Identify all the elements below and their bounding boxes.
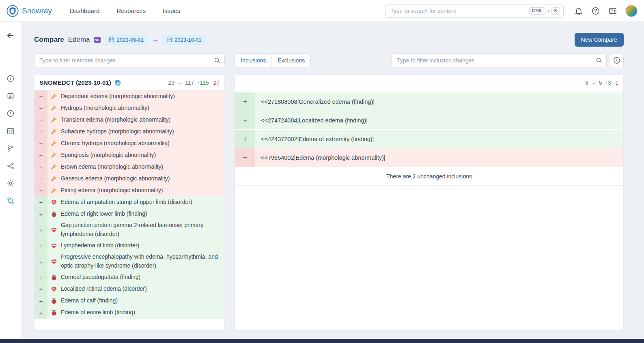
graph-icon[interactable] <box>6 162 15 170</box>
navbar-actions <box>574 5 638 17</box>
stat-added: +3 <box>605 79 611 86</box>
minus-icon: − <box>34 90 47 102</box>
member-change-row[interactable]: +Gap junction protein gamma 2-related la… <box>34 220 224 240</box>
inclusion-change-row[interactable]: −<<79654002|Edema (morphologic abnormali… <box>235 148 623 167</box>
member-change-row[interactable]: −Hydrops (morphologic abnormality) <box>34 102 224 114</box>
member-label: Progressive encephalopathy with edema, h… <box>61 253 220 270</box>
morphologic-abnormality-icon <box>51 140 57 147</box>
minus-icon: − <box>34 137 47 149</box>
info-icon[interactable] <box>6 75 15 83</box>
date-to: 2023-10-01 <box>174 37 202 43</box>
inclusion-expression: <<424372002|Edema of extremity (finding)… <box>261 136 374 142</box>
member-change-row[interactable]: −Gaseous edema (morphologic abnormality) <box>34 173 224 184</box>
global-search[interactable]: CTRL + K <box>385 4 564 18</box>
calendar-chip-icon <box>109 37 114 43</box>
member-change-row[interactable]: +Corneal pseudoguttata (finding) <box>34 272 224 283</box>
avatar[interactable] <box>625 5 638 17</box>
footer-bar <box>0 339 644 343</box>
tab-inclusions[interactable]: Inclusions <box>235 54 271 67</box>
plus-icon: + <box>34 240 47 251</box>
member-panel-header: SNOMEDCT (2023-10-01) 29 → 117 +115 -27 <box>34 75 224 90</box>
minus-icon: − <box>34 161 47 173</box>
member-change-row[interactable]: −Subacute hydrops (morphologic abnormali… <box>34 126 224 137</box>
inclusion-expression: <<79654002|Edema (morphologic abnormalit… <box>261 154 386 161</box>
member-label: Gaseous edema (morphologic abnormality) <box>61 174 170 183</box>
stat-to: 117 <box>185 79 194 86</box>
member-change-row[interactable]: +Edema of entire limb (finding) <box>34 307 224 319</box>
calendar-icon[interactable]: 12 <box>6 127 15 135</box>
inclusion-change-row[interactable]: +<<274724004|Localized edema (finding)| <box>235 111 623 129</box>
ctrl-key-badge: CTRL <box>529 7 546 15</box>
bell-icon[interactable] <box>574 6 583 15</box>
morphologic-abnormality-icon <box>51 93 57 100</box>
minus-icon: − <box>34 126 47 137</box>
disorder-icon <box>51 227 57 233</box>
member-label: Subacute hydrops (morphologic abnormalit… <box>61 127 174 136</box>
member-change-row[interactable]: −Chronic hydrops (morphologic abnormalit… <box>34 137 224 149</box>
member-change-row[interactable]: +Lymphedema of limb (disorder) <box>34 240 224 251</box>
plus-icon: + <box>34 283 47 295</box>
member-change-row[interactable]: −Dependent edema (morphologic abnormalit… <box>34 90 224 102</box>
minus-icon: − <box>34 149 47 161</box>
notes-icon[interactable] <box>6 92 15 100</box>
member-change-row[interactable]: +Localized retinal edema (disorder) <box>34 283 224 295</box>
inclusion-info-button[interactable] <box>610 54 624 67</box>
date-to-chip[interactable]: 2023-10-01 <box>162 35 206 45</box>
member-change-row[interactable]: +Edema of amputation stump of upper limb… <box>34 196 224 208</box>
member-filter-input[interactable] <box>39 57 214 64</box>
stat-removed: -27 <box>211 79 220 86</box>
plus-icon: + <box>34 272 47 283</box>
morphologic-abnormality-icon <box>51 105 57 111</box>
inclusion-change-list[interactable]: +<<271808008|Generalized edema (finding)… <box>235 90 623 167</box>
plus-icon: + <box>34 307 47 319</box>
member-label: Gap junction protein gamma 2-related lat… <box>61 221 220 238</box>
member-label: Edema of calf (finding) <box>61 296 118 305</box>
main-content: Compare Edema vs 2023-09-01 → 2023-10-01… <box>21 22 644 339</box>
disorder-icon <box>51 199 57 206</box>
member-change-list[interactable]: −Dependent edema (morphologic abnormalit… <box>34 90 224 330</box>
member-change-row[interactable]: −Brown edema (morphologic abnormality) <box>34 161 224 173</box>
member-filter[interactable] <box>34 54 225 67</box>
left-sidebar: 12 <box>0 22 21 339</box>
inclusion-filter[interactable] <box>392 54 607 67</box>
minus-icon: − <box>34 102 47 114</box>
nav-resources[interactable]: Resources <box>116 7 146 14</box>
global-search-input[interactable] <box>390 8 529 14</box>
snowray-logo-icon <box>6 5 19 17</box>
inclusion-expression: <<271808008|Generalized edema (finding)| <box>261 99 375 105</box>
finding-icon <box>51 298 57 304</box>
inclusion-filter-input[interactable] <box>397 57 596 64</box>
member-label: Dependent edema (morphologic abnormality… <box>61 92 175 101</box>
brand[interactable]: Snowray <box>6 5 52 17</box>
member-change-row[interactable]: −Pitting edema (morphologic abnormality) <box>34 184 224 196</box>
member-change-row[interactable]: −Transient edema (morphologic abnormalit… <box>34 114 224 126</box>
alert-icon[interactable] <box>6 109 15 118</box>
inclusion-change-row[interactable]: +<<424372002|Edema of extremity (finding… <box>235 130 623 148</box>
date-from-chip[interactable]: 2023-09-01 <box>105 35 148 45</box>
back-arrow-icon[interactable] <box>6 31 15 41</box>
inclusion-change-row[interactable]: +<<271808008|Generalized edema (finding)… <box>235 92 623 111</box>
settings-icon[interactable] <box>6 179 15 187</box>
branch-icon[interactable] <box>6 144 15 152</box>
finding-icon <box>51 274 57 281</box>
unchanged-inclusions-note: There are 2 unchanged inclusions <box>235 167 623 186</box>
compare-icon[interactable] <box>6 197 15 205</box>
nav-dashboard[interactable]: Dashboard <box>70 7 99 14</box>
compare-header: Compare Edema vs 2023-09-01 → 2023-10-01… <box>34 32 624 47</box>
member-change-row[interactable]: −Spongiosis (morphologic abnormality) <box>34 149 224 161</box>
plus-icon: + <box>34 295 47 307</box>
new-compare-button[interactable]: New Compare <box>575 33 624 47</box>
member-label: Lymphedema of limb (disorder) <box>61 241 139 250</box>
member-change-row[interactable]: +Edema of right lower limb (finding) <box>34 208 224 220</box>
tab-exclusions[interactable]: Exclusions <box>271 54 310 67</box>
news-icon[interactable] <box>608 6 617 15</box>
compare-panels: SNOMEDCT (2023-10-01) 29 → 117 +115 -27 … <box>34 75 624 330</box>
member-label: Transient edema (morphologic abnormality… <box>61 116 170 124</box>
member-change-row[interactable]: +Edema of calf (finding) <box>34 295 224 307</box>
nav-issues[interactable]: Issues <box>163 7 180 14</box>
help-icon[interactable] <box>591 6 600 15</box>
member-change-row[interactable]: +Progressive encephalopathy with edema, … <box>34 251 224 271</box>
globe-icon <box>114 79 121 86</box>
search-icon <box>214 57 220 64</box>
member-changes-panel: SNOMEDCT (2023-10-01) 29 → 117 +115 -27 … <box>34 75 225 330</box>
